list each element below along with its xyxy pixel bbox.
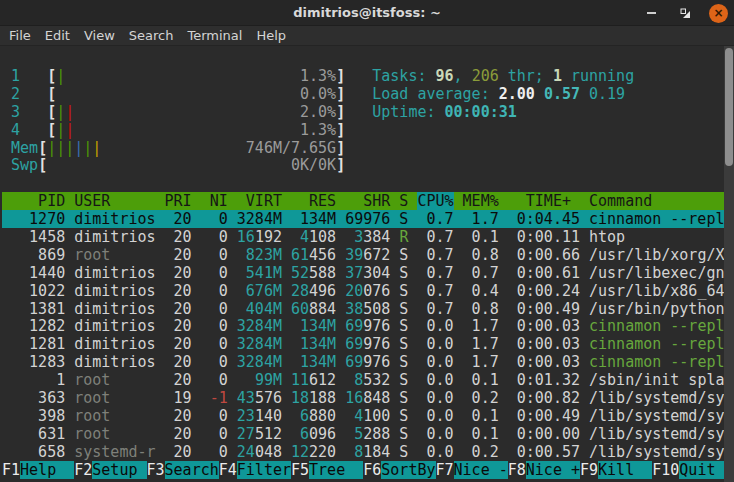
text-segment xyxy=(345,85,372,103)
text-segment: Swp xyxy=(2,156,38,174)
text-segment: 220 xyxy=(309,443,354,461)
fkey-f10[interactable]: F10 xyxy=(652,461,679,479)
text-segment xyxy=(652,192,724,210)
fkey-nice-minus-label[interactable]: Nice - xyxy=(454,461,508,479)
text-segment: 4 xyxy=(300,228,309,246)
menu-help[interactable]: Help xyxy=(256,28,286,43)
process-row-1282[interactable]: 1282 dimitrios 20 0 3284M 134M 69976 S 0… xyxy=(2,318,734,336)
text-segment: 508 S 0.7 0.8 0:00.49 /usr/bin/python xyxy=(363,300,724,318)
close-icon: × xyxy=(713,7,723,19)
process-row-869[interactable]: 869 root 20 0 823M 61456 39672 S 0.7 0.8… xyxy=(2,247,734,265)
text-segment xyxy=(20,121,47,139)
process-row-1458[interactable]: 1458 dimitrios 20 0 16192 4108 3384 R 0.… xyxy=(2,229,734,247)
fkey-filter-label[interactable]: Filter xyxy=(237,461,291,479)
fkey-search-label[interactable]: Search xyxy=(165,461,219,479)
fkey-kill-label[interactable]: Kill xyxy=(598,461,652,479)
table-header[interactable]: PID USER PRI NI VIRT RES SHR S CPU% MEM%… xyxy=(2,193,734,211)
menu-edit[interactable]: Edit xyxy=(45,28,70,43)
text-segment: 3284M xyxy=(237,353,282,371)
menu-file[interactable]: File xyxy=(9,28,31,43)
text-segment: 1 xyxy=(2,371,74,389)
fkey-f8[interactable]: F8 xyxy=(508,461,526,479)
menu-search[interactable]: Search xyxy=(129,28,174,43)
text-segment: 27 xyxy=(237,425,255,443)
text-segment: 61 xyxy=(291,246,309,264)
fkey-f4[interactable]: F4 xyxy=(219,461,237,479)
text-segment: ] xyxy=(336,121,345,139)
text-segment: 134M xyxy=(300,353,336,371)
text-segment xyxy=(282,264,291,282)
fkey-f6[interactable]: F6 xyxy=(363,461,381,479)
process-row-1[interactable]: 1 root 20 0 99M 11612 8532 S 0.0 0.1 0:0… xyxy=(2,372,734,390)
uptime-value: 00:00:31 xyxy=(445,103,517,121)
text-segment: 2 xyxy=(2,85,20,103)
close-button[interactable]: × xyxy=(709,4,728,23)
process-row-1283[interactable]: 1283 dimitrios 20 0 3284M 134M 69976 S 0… xyxy=(2,354,734,372)
text-segment: 100 S 0.0 0.1 0:00.49 /lib/systemd/sy xyxy=(363,407,724,425)
text-segment xyxy=(336,335,345,353)
minimize-button[interactable] xyxy=(641,3,661,23)
text-segment: 532 S 0.0 0.1 0:01.32 /sbin/init spla xyxy=(363,371,724,389)
text-segment: 404M xyxy=(246,300,282,318)
text-segment: 69 xyxy=(345,335,363,353)
text-segment xyxy=(20,103,47,121)
fkey-nice-plus-label[interactable]: Nice + xyxy=(526,461,580,479)
restore-button[interactable] xyxy=(675,3,695,23)
text-segment xyxy=(47,156,291,174)
process-row-1022[interactable]: 1022 dimitrios 20 0 676M 28496 20076 S 0… xyxy=(2,283,734,301)
text-segment: Load average: xyxy=(372,85,498,103)
text-segment: 096 xyxy=(309,425,354,443)
text-segment xyxy=(282,335,300,353)
process-row-658[interactable]: 658 systemd-r 20 0 24048 12220 8184 S 0.… xyxy=(2,444,734,462)
process-row-1381[interactable]: 1381 dimitrios 20 0 404M 60884 38508 S 0… xyxy=(2,301,734,319)
process-row-631[interactable]: 631 root 20 0 27512 6096 5288 S 0.0 0.1 … xyxy=(2,426,734,444)
terminal-area[interactable]: 1 [| 1.3%] Tasks: 96, 206 thr; 1 running… xyxy=(0,46,734,482)
text-segment: 612 xyxy=(309,371,354,389)
text-segment xyxy=(101,139,246,157)
text-segment: 11 xyxy=(291,371,309,389)
text-segment: 3 xyxy=(354,228,363,246)
terminal-line xyxy=(2,175,734,193)
meter-bar: | xyxy=(74,139,83,157)
swap-usage-text: 0K/0K xyxy=(291,156,336,174)
text-segment: root xyxy=(74,407,110,425)
fkey-f7[interactable]: F7 xyxy=(436,461,454,479)
meter-bar: | xyxy=(65,139,74,157)
fkey-setup-label[interactable]: Setup xyxy=(92,461,146,479)
fkey-f9[interactable]: F9 xyxy=(580,461,598,479)
text-segment: , xyxy=(454,67,472,85)
fkey-tree-label[interactable]: Tree xyxy=(309,461,363,479)
text-segment: [ xyxy=(38,139,47,157)
cpu3-meter: 3 [|| 2.0%] Uptime: 00:00:31 xyxy=(2,104,734,122)
menu-bar: File Edit View Search Terminal Help xyxy=(0,26,734,46)
fkey-help-label[interactable]: Help xyxy=(20,461,74,479)
text-segment: 363 xyxy=(2,389,74,407)
menu-terminal[interactable]: Terminal xyxy=(187,28,242,43)
text-segment: 18 xyxy=(291,389,309,407)
fkey-f3[interactable]: F3 xyxy=(147,461,165,479)
text-segment: Mem xyxy=(2,139,38,157)
text-segment xyxy=(282,246,291,264)
process-row-1281[interactable]: 1281 dimitrios 20 0 3284M 134M 69976 S 0… xyxy=(2,336,734,354)
text-segment: 1440 dimitrios 20 0 xyxy=(2,264,246,282)
tasks-count: 96 xyxy=(436,67,454,85)
fkey-sortby-label[interactable]: SortBy xyxy=(381,461,435,479)
fkey-f5[interactable]: F5 xyxy=(291,461,309,479)
text-segment: root xyxy=(74,246,110,264)
process-row-363[interactable]: 363 root 19 -1 43576 18188 16848 S 0.0 0… xyxy=(2,390,734,408)
process-row-1440[interactable]: 1440 dimitrios 20 0 541M 52588 37304 S 0… xyxy=(2,265,734,283)
text-segment: 1381 dimitrios 20 0 xyxy=(2,300,246,318)
menu-view[interactable]: View xyxy=(84,28,115,43)
title-bar[interactable]: dimitrios@itsfoss: ~ × xyxy=(0,0,734,26)
fkey-f2[interactable]: F2 xyxy=(74,461,92,479)
text-segment: 60 xyxy=(291,300,309,318)
text-segment: root xyxy=(74,371,110,389)
fkey-f1[interactable]: F1 xyxy=(2,461,20,479)
scrollbar-thumb[interactable] xyxy=(725,48,733,166)
text-segment: 398 xyxy=(2,407,74,425)
process-row-1270[interactable]: 1270 dimitrios 20 0 3284M 134M 69976 S 0… xyxy=(2,211,734,229)
text-segment: [ xyxy=(47,121,56,139)
scrollbar-track[interactable] xyxy=(724,46,734,482)
text-segment: 188 xyxy=(309,389,345,407)
process-row-398[interactable]: 398 root 20 0 23140 6880 4100 S 0.0 0.1 … xyxy=(2,408,734,426)
